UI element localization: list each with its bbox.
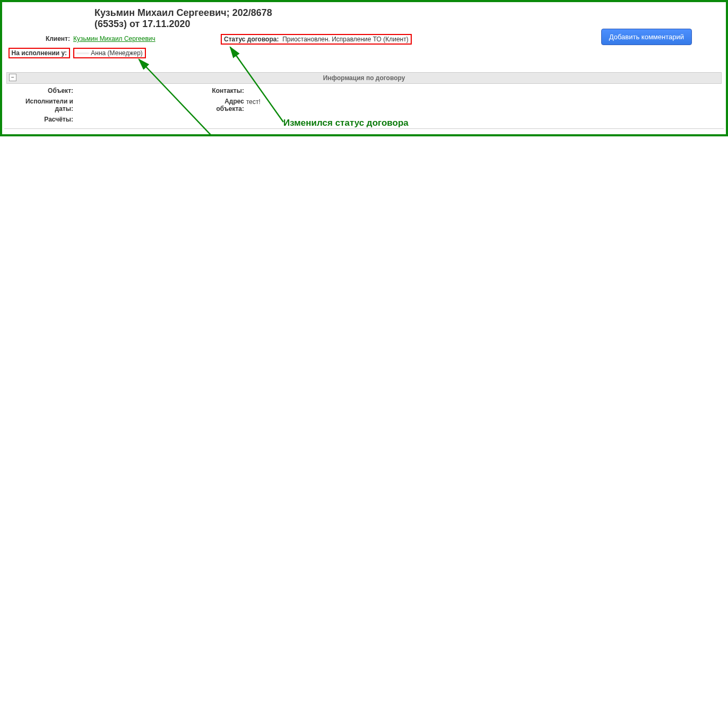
add-comment-button[interactable]: Добавить комментарий <box>601 29 692 45</box>
status-value: Приостановлен. Исправление ТО (Клиент) <box>282 36 409 43</box>
object-value <box>76 87 198 94</box>
address-label: Адрес объекта: <box>198 98 246 112</box>
calcs-value <box>76 116 198 123</box>
exec-dates-label: Исполнители и даты: <box>7 98 76 112</box>
executor-value: Анна (Менеджер) <box>89 49 143 57</box>
tabs <box>4 128 724 129</box>
contacts-label: Контакты: <box>198 87 246 94</box>
contacts-value <box>246 87 721 94</box>
client-link[interactable]: Кузьмин Михаил Сергеевич <box>73 35 155 42</box>
client-label: Клиент: <box>4 35 73 42</box>
section-contract-info: − Информация по договору <box>6 72 722 84</box>
status-label: Статус договора: <box>224 36 279 43</box>
calcs-label: Расчёты: <box>7 116 76 123</box>
address-value: тест! <box>246 98 721 112</box>
page-title: Кузьмин Михаил Сергеевич; 202/8678 (6535… <box>4 4 291 34</box>
object-label: Объект: <box>7 87 76 94</box>
executor-label: На исполнении у: <box>4 48 73 58</box>
collapse-icon[interactable]: − <box>9 74 16 81</box>
